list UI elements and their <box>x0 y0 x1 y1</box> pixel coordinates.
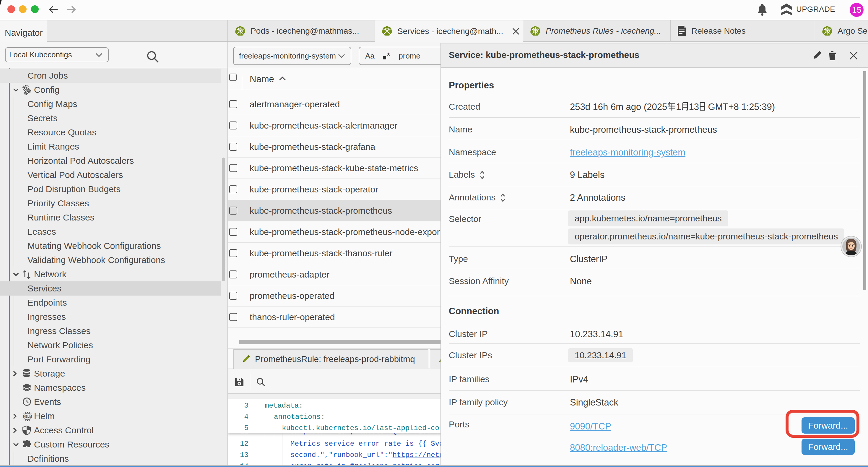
svg-text:HELM: HELM <box>23 415 32 418</box>
